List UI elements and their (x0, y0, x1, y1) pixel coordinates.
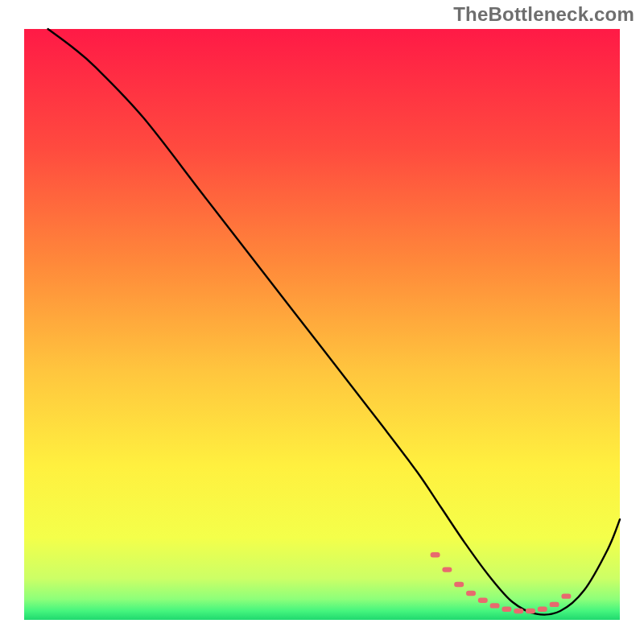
svg-rect-11 (561, 593, 571, 598)
svg-rect-3 (466, 591, 476, 596)
watermark-label: TheBottleneck.com (453, 3, 634, 26)
gradient-background (24, 29, 620, 620)
svg-rect-4 (478, 598, 488, 603)
svg-rect-7 (514, 609, 523, 613)
svg-rect-8 (526, 609, 535, 613)
svg-rect-1 (442, 567, 452, 572)
svg-rect-5 (490, 603, 500, 608)
svg-rect-9 (538, 607, 547, 612)
svg-rect-0 (431, 552, 440, 557)
chart-stage: TheBottleneck.com (0, 0, 644, 644)
svg-rect-2 (454, 582, 464, 587)
bottleneck-chart (0, 0, 644, 644)
svg-rect-6 (502, 607, 511, 612)
svg-rect-10 (550, 602, 559, 607)
